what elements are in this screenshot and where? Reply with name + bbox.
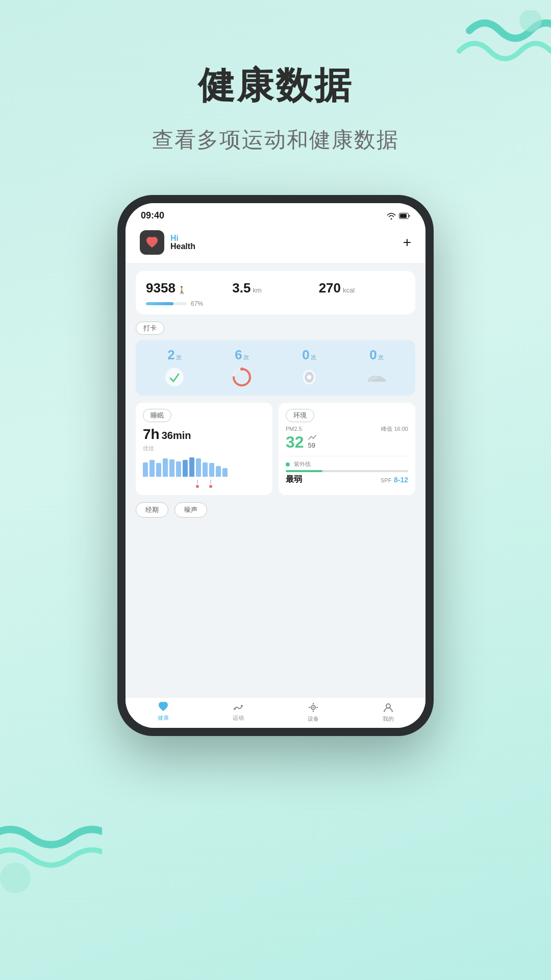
steps-value: 9358 (146, 280, 176, 296)
svg-point-11 (241, 705, 243, 707)
uv-label: 紫外线 (294, 460, 311, 468)
pm25-section: PM2.5 峰值 16:00 32 59 (286, 425, 408, 452)
app-logo-area: Hi Health (140, 230, 195, 255)
progress-area: 67% (146, 300, 405, 307)
nav-profile-label: 我的 (383, 715, 394, 723)
status-icons (387, 212, 410, 219)
status-bar: 09:40 (126, 203, 425, 225)
stats-card: 9358 🚶 3.5 km 270 kcal (136, 271, 415, 314)
environment-card: 环境 PM2.5 峰值 16:00 32 (279, 403, 415, 495)
sleep-card: 睡眠 7h 36min 优佳 (136, 403, 272, 495)
env-divider (286, 456, 408, 456)
sleep-section-label: 睡眠 (143, 409, 265, 422)
wifi-icon (387, 212, 396, 219)
uv-dot (286, 462, 290, 467)
nav-health-label: 健康 (158, 714, 169, 722)
peak-label: 峰值 16:00 (381, 425, 408, 433)
sleep-hours: 7h (143, 426, 160, 443)
nav-exercise-icon (233, 702, 244, 712)
status-time: 09:40 (141, 210, 164, 221)
stats-row: 9358 🚶 3.5 km 270 kcal (146, 280, 405, 296)
shoe-icon (365, 366, 388, 388)
punch-item-shoe[interactable]: 0 次 (365, 347, 388, 388)
page-title: 健康数据 (198, 61, 353, 110)
pm25-value: 32 (286, 433, 304, 452)
app-icon (140, 230, 164, 255)
battery-icon (399, 213, 410, 219)
pm25-label: PM2.5 (286, 426, 302, 432)
env-label: 环境 (286, 409, 314, 422)
page-subtitle: 查看多项运动和健康数据 (152, 126, 399, 154)
stat-steps: 9358 🚶 (146, 280, 232, 296)
punch-count-4: 0 次 (369, 347, 383, 363)
svg-point-0 (519, 10, 542, 32)
nav-health[interactable]: 健康 (158, 702, 169, 723)
distance-unit: km (253, 286, 261, 294)
pm25-row: 32 59 (286, 433, 408, 452)
ring-icon (231, 366, 253, 388)
add-button[interactable]: + (403, 235, 411, 250)
punch-count-2: 6 次 (235, 347, 248, 363)
sleep-time: 7h 36min (143, 426, 265, 443)
check-icon (163, 366, 186, 388)
bottom-nav: 健康 运动 (126, 697, 425, 728)
peak-icon (308, 434, 316, 440)
punch-item-earphone[interactable]: 0 次 (298, 347, 320, 388)
app-header: Hi Health + (126, 225, 425, 263)
nav-exercise[interactable]: 运动 (233, 702, 244, 723)
app-name-health: Health (170, 242, 195, 251)
phone-frame: 09:40 (117, 195, 434, 736)
svg-point-10 (234, 708, 236, 710)
svg-point-9 (307, 375, 311, 379)
nav-device-label: 设备 (308, 715, 319, 723)
punch-card: 2 次 6 次 (136, 340, 415, 396)
nav-device-icon (308, 702, 319, 713)
env-section-label: 环境 (286, 409, 408, 422)
calories-value: 270 (319, 280, 341, 296)
app-name: Hi Health (170, 234, 195, 251)
progress-pct: 67% (191, 300, 203, 307)
punch-card-section: 打卡 (136, 322, 415, 335)
sleep-minutes: 36min (162, 430, 191, 442)
bottom-labels-row: 经期 噪声 (136, 502, 415, 518)
uv-strength: 最弱 (286, 474, 302, 485)
svg-point-18 (386, 704, 390, 708)
uv-fill (286, 470, 322, 472)
uv-bar (286, 470, 408, 472)
two-col-row: 睡眠 7h 36min 优佳 (136, 403, 415, 495)
spf-label: SPF (381, 477, 391, 483)
steps-icon: 🚶 (178, 286, 186, 294)
uv-val-row: 最弱 SPF 8-12 (286, 474, 408, 485)
nav-profile[interactable]: 我的 (383, 702, 394, 723)
nav-health-icon (158, 702, 169, 712)
deco-bottom-left (0, 796, 102, 898)
nav-device[interactable]: 设备 (308, 702, 319, 723)
calories-unit: kcal (343, 286, 355, 294)
progress-bar-bg (146, 302, 187, 305)
uv-section: 紫外线 最弱 SPF 8-12 (286, 460, 408, 485)
sleep-sub: 优佳 (143, 445, 265, 452)
svg-point-13 (312, 707, 314, 708)
svg-point-6 (240, 368, 243, 371)
stat-distance: 3.5 km (232, 280, 318, 296)
period-label[interactable]: 经期 (136, 502, 168, 518)
deco-top-right (439, 10, 551, 102)
punch-count-1: 2 次 (167, 347, 181, 363)
sleep-label: 睡眠 (143, 409, 171, 422)
svg-rect-3 (400, 214, 407, 218)
progress-bar-fill (146, 302, 173, 305)
punch-count-3: 0 次 (302, 347, 316, 363)
sleep-chart (143, 456, 265, 477)
punch-item-ring[interactable]: 6 次 (231, 347, 253, 388)
noise-label[interactable]: 噪声 (174, 502, 207, 518)
punch-card-label: 打卡 (136, 322, 164, 335)
stat-calories: 270 kcal (319, 280, 405, 296)
scroll-content: 9358 🚶 3.5 km 270 kcal (126, 263, 425, 697)
peak-value: 59 (308, 442, 315, 449)
earphone-icon (298, 366, 320, 388)
spf-value: 8-12 (394, 476, 408, 484)
nav-exercise-label: 运动 (233, 714, 244, 722)
punch-item-check[interactable]: 2 次 (163, 347, 186, 388)
svg-point-1 (0, 863, 31, 893)
svg-point-4 (165, 368, 184, 386)
